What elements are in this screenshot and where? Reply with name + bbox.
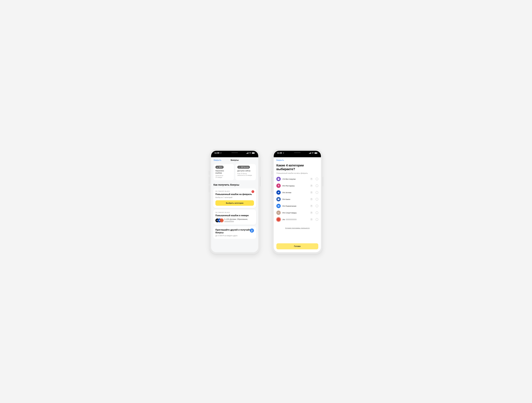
gear-icon [239, 166, 240, 168]
category-row[interactable]: 5% Аптеки? [276, 189, 318, 196]
help-icon[interactable]: ? [310, 211, 313, 214]
svg-rect-5 [252, 153, 254, 154]
blurred-icon [220, 218, 224, 222]
location-icon [220, 152, 222, 154]
invite-card[interactable]: Приглашайте друзей и получайте бонусы До… [213, 226, 256, 239]
svg-point-8 [251, 230, 252, 230]
invite-sub: До 5 000 ₽ за каждого друга [215, 235, 254, 237]
how-to-header: Как получить бонусы [211, 182, 258, 187]
status-bar: 11:00 [274, 151, 321, 157]
category-label: 5% Рестораны [282, 185, 308, 187]
category-radio[interactable] [316, 218, 318, 221]
close-button[interactable]: Закрыть [214, 159, 221, 161]
help-icon[interactable]: ? [310, 178, 313, 180]
crown-icon [217, 166, 218, 168]
category-label: 5% Развлечения [282, 205, 308, 207]
invite-title: Приглашайте друзей и получайте бонусы [215, 229, 254, 234]
points-pill: 238 баллов [237, 166, 250, 169]
categories-sub: Повышенный кэшбэк на весь февраль [274, 172, 321, 176]
wifi-icon [249, 152, 251, 154]
blur-icon [276, 217, 281, 222]
promo-feb-title: Повышенный кэшбэк на февраль [215, 193, 254, 196]
svg-rect-15 [317, 153, 317, 154]
svg-rect-16 [278, 192, 279, 193]
svg-rect-14 [315, 153, 317, 154]
cashback-card[interactable]: 595 ₽ Накоплено кэшбэка Зачислится 25 ян… [214, 164, 234, 180]
svg-rect-1 [247, 153, 247, 154]
categories-heading: Какие 4 категории выбираете? [274, 163, 321, 172]
category-radio[interactable] [316, 205, 318, 207]
book-icon [276, 197, 281, 201]
category-row[interactable]: 3% ? [276, 216, 318, 223]
category-row[interactable]: 5% Развлечения? [276, 203, 318, 209]
status-time: 11:00 [215, 152, 219, 154]
svg-rect-12 [311, 152, 311, 154]
cashback-pill: 595 ₽ [215, 166, 224, 169]
status-bar: 11:00 [211, 151, 258, 157]
points-label: Доступно сейчас [237, 170, 254, 172]
category-label: 5% Спорттовары [282, 212, 308, 214]
food-icon [276, 184, 281, 188]
svg-rect-17 [278, 206, 279, 207]
points-sub: Еще 24 балла зачислится 26 января [237, 173, 254, 176]
pill-icon [276, 190, 281, 195]
svg-rect-3 [248, 152, 248, 154]
ticket-icon [276, 204, 281, 208]
svg-rect-11 [310, 153, 310, 154]
promo-jan-card[interactable]: ПО TINKOFF BLACK Повышенный кэшбэк в янв… [213, 210, 256, 225]
choose-categories-button[interactable]: Выбрать категории [215, 200, 254, 206]
promo-jan-eyebrow: ПО TINKOFF BLACK [215, 212, 254, 213]
close-button[interactable]: Закрыть [276, 159, 284, 161]
page-title: Бонусы [231, 159, 239, 161]
navbar: Закрыть [274, 157, 321, 163]
svg-point-19 [279, 206, 279, 206]
category-radio[interactable] [316, 184, 318, 187]
svg-rect-10 [310, 153, 310, 154]
category-radio[interactable] [316, 191, 318, 194]
blurred-text [286, 219, 297, 220]
done-button[interactable]: Готово [276, 243, 318, 249]
promo-jan-title: Повышенный кэшбэк в январе [215, 214, 254, 217]
navbar: Закрыть Бонусы [211, 157, 258, 163]
category-label: 5% Аптеки [282, 192, 308, 193]
shoe-icon [276, 211, 281, 215]
category-label: 1% Все покупки [282, 178, 308, 180]
help-icon[interactable]: ? [310, 191, 313, 194]
wifi-icon [312, 152, 314, 154]
category-row[interactable]: 5% Книги? [276, 196, 318, 203]
help-icon[interactable]: ? [310, 198, 313, 200]
svg-point-18 [278, 206, 278, 206]
terms-link[interactable]: Условия программы лояльности [274, 227, 321, 229]
help-icon[interactable]: ? [310, 205, 313, 207]
device-right: 11:00 Закрыть Какие 4 категории выбирает… [272, 149, 323, 254]
svg-rect-6 [255, 153, 255, 154]
person-icon [250, 229, 254, 233]
category-radio[interactable] [316, 198, 318, 200]
cashback-sub: Зачислится 25 января [215, 175, 232, 178]
promo-jan-icons [215, 218, 223, 222]
help-icon[interactable]: ? [310, 218, 313, 221]
category-radio[interactable] [316, 178, 318, 180]
location-icon [283, 152, 284, 154]
category-radio[interactable] [316, 211, 318, 214]
help-icon[interactable]: ? [310, 184, 313, 187]
category-row[interactable]: 1% Все покупки? [276, 176, 318, 182]
bag-icon [276, 177, 281, 181]
points-card[interactable]: 238 баллов Доступно сейчас Еще 24 балла … [235, 164, 256, 180]
category-label: 5% Книги [282, 198, 308, 200]
status-time: 11:00 [277, 152, 282, 154]
promo-feb-badge: 1 [252, 190, 254, 193]
promo-feb-eyebrow: ПО TINKOFF BLACK [215, 191, 254, 192]
promo-feb-sub: Выбор из 7 категорий [215, 196, 254, 198]
cashback-label: Накоплено кэшбэка [215, 170, 232, 174]
category-row[interactable]: 5% Рестораны? [276, 182, 318, 189]
battery-icon [314, 152, 317, 154]
category-row[interactable]: 5% Спорттовары? [276, 209, 318, 216]
promo-jan-desc: 3–10% Долями, Образование, [224, 218, 254, 223]
battery-icon [252, 152, 255, 154]
promo-feb-card[interactable]: ПО TINKOFF BLACK 1 Повышенный кэшбэк на … [213, 188, 256, 208]
blurred-text [224, 221, 234, 222]
category-label: 3% [282, 218, 308, 221]
device-left: 11:00 Закрыть Бонусы [209, 149, 260, 254]
svg-rect-2 [247, 153, 248, 154]
